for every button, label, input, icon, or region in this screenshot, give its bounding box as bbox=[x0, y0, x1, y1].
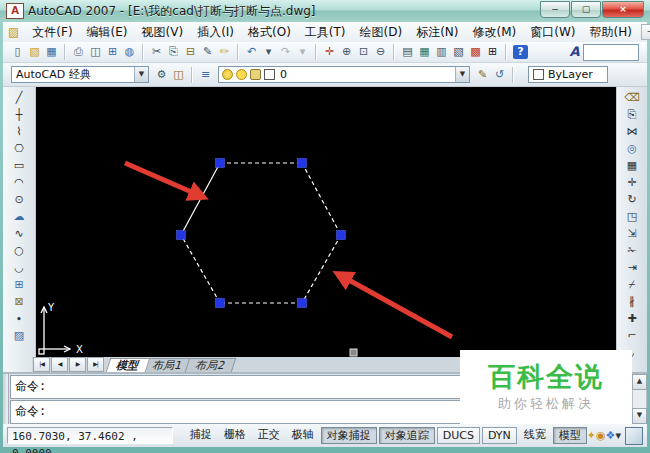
ellipse-icon[interactable]: ○ bbox=[9, 242, 29, 259]
block-editor-icon[interactable]: ✏ bbox=[216, 44, 233, 60]
drawing-canvas[interactable]: YX bbox=[36, 87, 616, 357]
scroll-down-icon[interactable]: ▼ bbox=[632, 408, 647, 424]
quickcalc-icon[interactable]: ⊞ bbox=[484, 44, 501, 60]
plot-icon[interactable]: ⎙ bbox=[70, 44, 87, 60]
array-icon[interactable]: ▦ bbox=[622, 157, 642, 174]
designcenter-icon[interactable]: ▦ bbox=[416, 44, 433, 60]
hexagon-edge-dashed[interactable] bbox=[302, 163, 341, 235]
menu-draw[interactable]: 绘图(D) bbox=[353, 24, 410, 41]
text-style-combo[interactable] bbox=[583, 44, 639, 61]
properties-icon[interactable]: ▤ bbox=[399, 44, 416, 60]
polyline-icon[interactable]: ⌇ bbox=[9, 123, 29, 140]
toolbar-lock-icon[interactable]: ◉ bbox=[596, 429, 606, 442]
erase-icon[interactable]: ⌫ bbox=[622, 89, 642, 106]
extend-icon[interactable]: ⇥ bbox=[622, 259, 642, 276]
hexagon-edge-dashed[interactable] bbox=[181, 235, 220, 303]
revision-cloud-icon[interactable]: ☁ bbox=[9, 208, 29, 225]
dyn-button[interactable]: DYN bbox=[482, 427, 517, 444]
publish-icon[interactable]: ⊞ bbox=[104, 44, 121, 60]
grid-button[interactable]: 栅格 bbox=[219, 427, 251, 444]
mirror-icon[interactable]: ⋈ bbox=[622, 123, 642, 140]
snap-button[interactable]: 捕捉 bbox=[185, 427, 217, 444]
new-file-icon[interactable]: ▯ bbox=[9, 44, 26, 60]
3d-dwf-icon[interactable]: ◍ bbox=[121, 44, 138, 60]
polygon-icon[interactable]: ⎔ bbox=[9, 140, 29, 157]
tool-palettes-icon[interactable]: ▥ bbox=[433, 44, 450, 60]
otrack-button[interactable]: 对象追踪 bbox=[379, 427, 435, 444]
grip-point[interactable] bbox=[298, 159, 307, 168]
join-icon[interactable]: ✚ bbox=[622, 310, 642, 327]
tab-last-button[interactable]: ▶| bbox=[87, 357, 104, 372]
zoom-realtime-icon[interactable]: ⊕ bbox=[338, 44, 355, 60]
workspace-settings-icon[interactable]: ⚙ bbox=[153, 67, 170, 83]
layer-previous-icon[interactable]: ↺ bbox=[491, 67, 508, 83]
maximize-button[interactable]: ▢ bbox=[571, 1, 601, 18]
lineweight-button[interactable]: 线宽 bbox=[519, 427, 551, 444]
arc-icon[interactable]: ◠ bbox=[9, 174, 29, 191]
copy-icon[interactable]: ⎘ bbox=[622, 106, 642, 123]
validate-standards-icon[interactable]: ❖ bbox=[606, 429, 616, 442]
tab-prev-button[interactable]: ◀ bbox=[51, 357, 68, 372]
coordinates-readout[interactable]: 160.7030, 37.4602 , 0.0000 bbox=[7, 427, 173, 444]
menu-tools[interactable]: 工具(T) bbox=[298, 24, 353, 41]
spline-icon[interactable]: ∿ bbox=[9, 225, 29, 242]
line-icon[interactable]: ╱ bbox=[9, 89, 29, 106]
menu-help[interactable]: 帮助(H) bbox=[582, 24, 638, 41]
layer-freeze-icon[interactable] bbox=[236, 69, 247, 80]
grip-point[interactable] bbox=[177, 231, 186, 240]
clean-screen-button[interactable] bbox=[625, 427, 643, 445]
model-space-view[interactable]: YX bbox=[36, 87, 616, 357]
zoom-previous-icon[interactable]: ⊖ bbox=[372, 44, 389, 60]
copy-clip-icon[interactable]: ⎘ bbox=[165, 44, 182, 60]
offset-icon[interactable]: ◎ bbox=[622, 140, 642, 157]
hexagon-edge-solid[interactable] bbox=[181, 163, 220, 235]
layer-properties-manager-icon[interactable]: ≡ bbox=[197, 67, 214, 83]
circle-icon[interactable]: ⊙ bbox=[9, 191, 29, 208]
osnap-button[interactable]: 对象捕捉 bbox=[321, 427, 377, 444]
communication-center-icon[interactable]: ✦ bbox=[587, 429, 596, 442]
chamfer-icon[interactable]: ⌐ bbox=[622, 327, 642, 344]
command-scrollbar[interactable]: ▲ ▼ bbox=[632, 374, 647, 424]
layer-lock-icon[interactable] bbox=[250, 69, 261, 80]
break-at-point-icon[interactable]: ⌿ bbox=[622, 276, 642, 293]
sheet-set-manager-icon[interactable]: ▧ bbox=[450, 44, 467, 60]
tab-first-button[interactable]: |◀ bbox=[33, 357, 50, 372]
grip-point[interactable] bbox=[298, 299, 307, 308]
tray-menu-arrow-icon[interactable]: ▾ bbox=[615, 429, 621, 442]
hexagon-edge-dashed[interactable] bbox=[302, 235, 341, 303]
markup-set-manager-icon[interactable]: ▩ bbox=[467, 44, 484, 60]
pan-realtime-icon[interactable]: ✛ bbox=[321, 44, 338, 60]
autocad-logo-icon[interactable]: A bbox=[6, 3, 24, 19]
menu-modify[interactable]: 修改(M) bbox=[466, 24, 524, 41]
zoom-window-icon[interactable]: ⊡ bbox=[355, 44, 372, 60]
layer-on-icon[interactable] bbox=[222, 69, 233, 80]
ortho-button[interactable]: 正交 bbox=[253, 427, 285, 444]
construction-line-icon[interactable]: ┼ bbox=[9, 106, 29, 123]
menu-format[interactable]: 格式(O) bbox=[241, 24, 298, 41]
plot-preview-icon[interactable]: ◫ bbox=[87, 44, 104, 60]
rectangle-icon[interactable]: ▭ bbox=[9, 157, 29, 174]
scroll-track[interactable] bbox=[632, 390, 647, 408]
color-control-combo[interactable]: ByLayer bbox=[528, 66, 608, 83]
rotate-icon[interactable]: ↻ bbox=[622, 191, 642, 208]
minimize-button[interactable]: − bbox=[540, 1, 570, 18]
undo-icon[interactable]: ↶ bbox=[243, 44, 260, 60]
layer-color-swatch[interactable] bbox=[264, 69, 275, 80]
chevron-down-icon[interactable]: ▼ bbox=[455, 67, 469, 82]
scroll-up-icon[interactable]: ▲ bbox=[632, 374, 647, 390]
menu-view[interactable]: 视图(V) bbox=[135, 24, 191, 41]
redo-icon[interactable]: ↷ bbox=[277, 44, 294, 60]
workspace-combo[interactable]: AutoCAD 经典 ▼ bbox=[11, 66, 149, 83]
menu-dimension[interactable]: 标注(N) bbox=[409, 24, 465, 41]
chevron-down-icon[interactable]: ▼ bbox=[134, 67, 148, 82]
scale-icon[interactable]: ◳ bbox=[622, 208, 642, 225]
tab-layout2[interactable]: 布局2 bbox=[185, 358, 237, 372]
grip-point[interactable] bbox=[337, 231, 346, 240]
tab-next-button[interactable]: ▶ bbox=[69, 357, 86, 372]
menu-file[interactable]: 文件(F) bbox=[25, 24, 79, 41]
titlebar[interactable]: A AutoCAD 2007 - [E:\我的cad\打断与打断与点.dwg] … bbox=[0, 0, 650, 22]
mdi-minimize-button[interactable]: − bbox=[641, 24, 650, 40]
menu-window[interactable]: 窗口(W) bbox=[523, 24, 582, 41]
text-style-icon[interactable]: A bbox=[566, 44, 583, 60]
stretch-icon[interactable]: ⇲ bbox=[622, 225, 642, 242]
